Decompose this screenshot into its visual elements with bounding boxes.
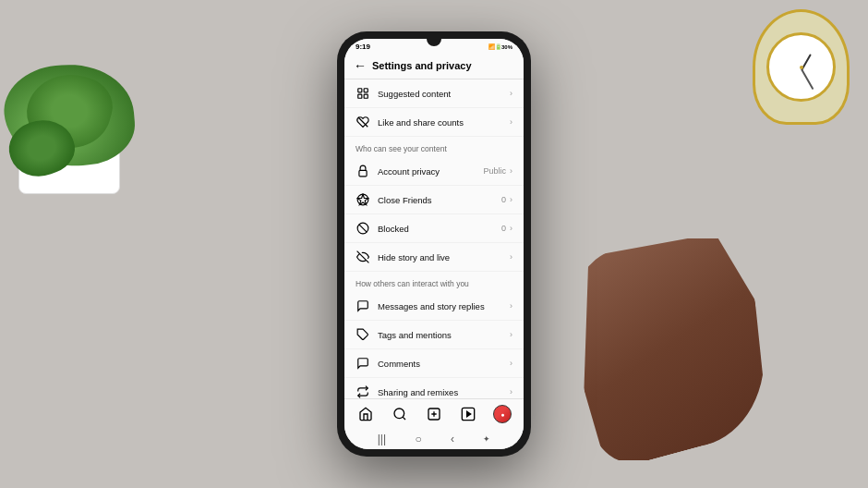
menu-item-like-share[interactable]: Like and share counts ›: [344, 108, 524, 137]
android-recents[interactable]: |||: [378, 433, 386, 445]
hide-story-label: Hide story and live: [378, 252, 510, 262]
close-friends-icon: [356, 192, 370, 207]
settings-content: Suggested content › Like and share count…: [344, 79, 524, 398]
back-button[interactable]: ←: [354, 58, 367, 73]
nav-add[interactable]: [421, 404, 447, 424]
blocked-chevron: ›: [510, 224, 512, 233]
app-header: ← Settings and privacy: [344, 53, 524, 79]
comments-chevron: ›: [510, 359, 512, 368]
hide-story-icon: [356, 250, 370, 264]
menu-item-comments[interactable]: Comments ›: [344, 349, 524, 378]
phone: 9:19 📶🔋30% ← Settings and privacy Sugges…: [337, 31, 531, 457]
svg-point-13: [394, 409, 404, 419]
suggested-content-icon: [356, 86, 370, 101]
blocked-value: 0: [501, 224, 506, 233]
plant-decoration: [0, 0, 203, 203]
svg-marker-19: [467, 411, 471, 416]
profile-avatar: ●: [493, 405, 512, 423]
svg-rect-3: [364, 94, 368, 98]
clock-decoration: [753, 9, 854, 129]
tags-label: Tags and mentions: [378, 330, 510, 340]
status-time: 9:19: [356, 43, 370, 51]
menu-item-close-friends[interactable]: Close Friends 0 ›: [344, 186, 524, 214]
menu-item-blocked[interactable]: Blocked 0 ›: [344, 214, 524, 243]
menu-item-account-privacy[interactable]: Account privacy Public ›: [344, 157, 524, 186]
like-share-chevron: ›: [510, 117, 512, 127]
like-share-icon: [356, 115, 370, 129]
svg-rect-2: [358, 94, 362, 98]
svg-line-8: [359, 225, 367, 232]
android-nav: ||| ○ ‹ ✦: [344, 429, 524, 449]
svg-rect-5: [359, 170, 367, 176]
blocked-label: Blocked: [378, 224, 501, 234]
bottom-nav: ●: [344, 398, 524, 429]
svg-line-14: [403, 417, 405, 420]
menu-item-sharing[interactable]: Sharing and remixes ›: [344, 378, 524, 398]
menu-item-messages[interactable]: Messages and story replies ›: [344, 292, 524, 321]
comments-label: Comments: [378, 359, 510, 369]
messages-chevron: ›: [510, 301, 512, 311]
nav-profile[interactable]: ●: [489, 404, 515, 424]
menu-item-tags[interactable]: Tags and mentions ›: [344, 321, 524, 349]
menu-item-hide-story[interactable]: Hide story and live ›: [344, 243, 524, 272]
close-friends-label: Close Friends: [378, 195, 501, 205]
suggested-content-chevron: ›: [510, 89, 512, 98]
android-assistant[interactable]: ✦: [483, 434, 490, 444]
hand-decoration: [577, 238, 780, 460]
status-icons: 📶🔋30%: [488, 43, 512, 50]
blocked-icon: [356, 221, 370, 236]
suggested-content-label: Suggested content: [378, 89, 510, 99]
account-privacy-icon: [356, 164, 370, 178]
account-privacy-chevron: ›: [510, 166, 512, 176]
like-share-label: Like and share counts: [378, 117, 510, 128]
messages-label: Messages and story replies: [378, 301, 510, 311]
comments-icon: [356, 356, 370, 371]
hide-story-chevron: ›: [510, 252, 512, 262]
nav-home[interactable]: [353, 404, 379, 424]
sharing-icon: [356, 384, 370, 398]
section-header-who-can: Who can see your content: [344, 137, 524, 157]
sharing-chevron: ›: [510, 387, 512, 396]
android-back[interactable]: ‹: [451, 433, 454, 445]
svg-rect-0: [358, 89, 362, 92]
tags-icon: [356, 327, 370, 342]
menu-item-suggested-content[interactable]: Suggested content ›: [344, 79, 524, 108]
tags-chevron: ›: [510, 330, 512, 339]
account-privacy-value: Public: [483, 166, 506, 176]
nav-reels[interactable]: [455, 404, 481, 424]
account-privacy-label: Account privacy: [378, 166, 483, 177]
svg-rect-1: [364, 89, 368, 92]
section-header-interact: How others can interact with you: [344, 272, 524, 292]
nav-search[interactable]: [387, 404, 413, 424]
sharing-label: Sharing and remixes: [378, 387, 510, 397]
close-friends-value: 0: [501, 195, 506, 204]
close-friends-chevron: ›: [510, 195, 512, 204]
page-title: Settings and privacy: [372, 60, 472, 71]
messages-icon: [356, 299, 370, 313]
android-home[interactable]: ○: [415, 433, 421, 445]
